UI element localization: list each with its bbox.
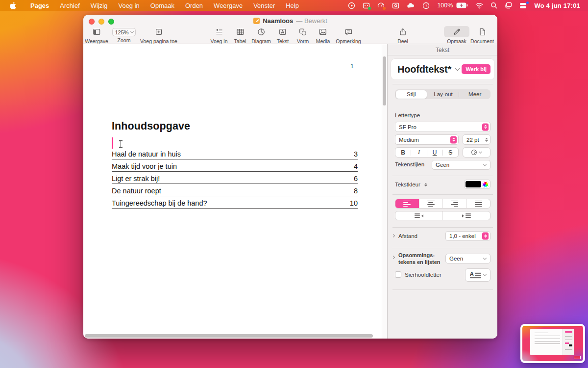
page-break-line	[83, 92, 382, 92]
menu-opmaak[interactable]: Opmaak	[145, 2, 180, 9]
chevron-down-icon	[479, 150, 482, 154]
toc-entry[interactable]: De natuur roept 8	[112, 185, 358, 196]
size-stepper-icon[interactable]	[485, 138, 488, 142]
toolbar-chart-button[interactable]: Diagram	[251, 26, 271, 44]
blue-badge	[526, 1, 529, 4]
strikethrough-button[interactable]: S	[443, 149, 458, 156]
toc-entry[interactable]: Maak tijd voor je tuin 4	[112, 160, 358, 172]
toc-entry[interactable]: Haal de natuur in huis 3	[112, 148, 358, 159]
increase-indent-button[interactable]	[443, 211, 490, 220]
font-size-field[interactable]: 22 pt	[463, 134, 490, 145]
toolbar-format-button[interactable]: Opmaak	[444, 26, 469, 44]
advanced-text-options-button[interactable]	[463, 147, 490, 158]
menu-orden[interactable]: Orden	[180, 2, 208, 9]
orange-badge	[383, 7, 386, 10]
toolbar-document-button[interactable]: Document	[470, 26, 494, 44]
toolbar-text-button[interactable]: Tekst	[277, 26, 289, 44]
apple-logo-icon[interactable]	[10, 2, 16, 9]
paragraph-style-selector[interactable]: Hoofdtekst* Werk bij	[391, 59, 494, 79]
stepper-icon[interactable]	[450, 136, 457, 143]
toc-page: 4	[354, 162, 358, 170]
font-family-select[interactable]: SF Pro	[395, 122, 490, 132]
battery-charging-icon[interactable]	[456, 2, 468, 8]
zoom-dropdown[interactable]: 125%	[112, 28, 136, 36]
character-styles-select[interactable]: Geen	[432, 160, 490, 170]
tab-lay-out[interactable]: Lay-out	[428, 91, 459, 97]
menu-venster[interactable]: Venster	[248, 2, 280, 9]
text-color-well[interactable]	[464, 180, 490, 189]
vertical-scrollbar[interactable]	[383, 56, 386, 105]
update-style-button[interactable]: Werk bij	[462, 64, 490, 74]
chevron-down-icon	[130, 30, 134, 33]
toolbar-insert-button[interactable]: Voeg in	[210, 26, 227, 44]
spacing-select[interactable]: 1,0 - enkel	[445, 231, 490, 241]
menu-help[interactable]: Help	[280, 2, 304, 9]
layers-icon[interactable]	[505, 2, 512, 9]
arrow-right-icon	[462, 214, 464, 217]
toolbar-table-button[interactable]: Tabel	[234, 26, 246, 44]
tab-stijl[interactable]: Stijl	[396, 90, 427, 99]
menu-pages[interactable]: Pages	[25, 2, 54, 9]
menubar-clock[interactable]: Wo 4 jun 17:01	[534, 2, 580, 9]
document-heading[interactable]: Inhoudsopgave	[112, 120, 190, 132]
decrease-indent-button[interactable]	[395, 211, 443, 220]
menu-archief[interactable]: Archief	[54, 2, 85, 9]
toc-title: De natuur roept	[112, 187, 161, 195]
ibeam-mouse-cursor	[118, 140, 123, 148]
window-switcher-icon[interactable]	[519, 2, 527, 9]
toc-title: Maak tijd voor je tuin	[112, 162, 177, 170]
disclosure-chevron-icon[interactable]	[392, 256, 395, 259]
horizontal-scrollbar[interactable]	[85, 334, 373, 338]
color-wheel-icon[interactable]	[482, 181, 489, 188]
stepper-icon[interactable]	[482, 123, 489, 131]
screen-capture-icon[interactable]	[392, 2, 399, 9]
toolbar-share-button[interactable]: Deel	[397, 26, 408, 44]
bullets-select[interactable]: Geen	[445, 254, 490, 263]
disclosure-chevron-icon[interactable]	[392, 234, 395, 237]
font-weight-select[interactable]: Medium	[395, 134, 459, 145]
color-swatch-black[interactable]	[466, 181, 481, 187]
panel-title: Tekst	[388, 47, 497, 53]
toolbar-comment-button[interactable]: Opmerking	[336, 26, 361, 44]
toolbar-add-page-button[interactable]: Voeg pagina toe	[140, 26, 177, 44]
format-brush-icon	[444, 26, 469, 37]
clock-history-icon[interactable]	[422, 2, 430, 9]
dropcap-checkbox[interactable]	[395, 271, 401, 278]
menu-weergave[interactable]: Weergave	[208, 2, 248, 9]
align-right-button[interactable]	[443, 199, 467, 208]
screenshot-preview-thumbnail[interactable]	[520, 324, 585, 363]
pages-window: Naamloos — Bewerkt Weergave 125% Zoom Vo…	[83, 15, 497, 339]
stepper-icon[interactable]	[482, 233, 489, 240]
cloud-icon[interactable]	[407, 2, 415, 9]
align-justify-button[interactable]	[467, 199, 490, 208]
play-circle-icon[interactable]	[348, 2, 355, 9]
toolbar-zoom-control[interactable]: 125% Zoom	[112, 26, 136, 43]
toc-title: Haal de natuur in huis	[112, 150, 181, 158]
nested-thumbnail	[574, 356, 581, 359]
search-icon[interactable]	[490, 2, 497, 9]
underline-button[interactable]: U	[427, 149, 442, 156]
chevron-down-icon	[483, 273, 486, 276]
align-left-button[interactable]	[395, 199, 419, 208]
document-title: Naamloos	[263, 17, 293, 25]
toolbar-view-button[interactable]: Weergave	[85, 26, 108, 44]
toolbar-shape-button[interactable]: Vorm	[297, 26, 309, 44]
app-status-icon[interactable]	[363, 2, 370, 9]
menu-wijzig[interactable]: Wijzig	[85, 2, 113, 9]
menu-voeg-in[interactable]: Voeg in	[113, 2, 145, 9]
document-proxy-icon[interactable]	[253, 18, 260, 24]
tab-meer[interactable]: Meer	[459, 91, 490, 97]
text-insertion-cursor	[112, 137, 113, 149]
bold-button[interactable]: B	[395, 149, 411, 156]
dropcap-style-button[interactable]: A	[465, 268, 490, 282]
dropcap-label: Sierhoofdletter	[405, 272, 441, 278]
page-number: 1	[350, 63, 354, 70]
wifi-icon[interactable]	[475, 2, 483, 9]
toc-entry[interactable]: Tuingereedschap bij de hand? 10	[112, 197, 358, 209]
italic-button[interactable]: I	[411, 149, 426, 156]
toolbar-media-button[interactable]: Media	[316, 26, 330, 44]
align-center-button[interactable]	[419, 199, 443, 208]
scrollbar-gutter	[382, 44, 387, 339]
toc-entry[interactable]: Ligt er strak bij! 6	[112, 173, 358, 184]
gauge-icon[interactable]	[377, 2, 385, 9]
